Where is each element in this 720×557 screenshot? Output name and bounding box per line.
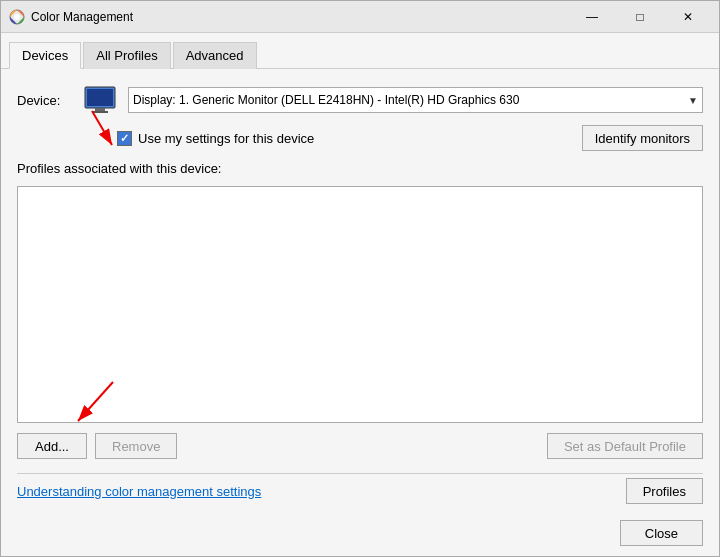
- tab-devices[interactable]: Devices: [9, 42, 81, 69]
- device-label: Device:: [17, 93, 72, 108]
- footer-row: Understanding color management settings …: [17, 473, 703, 504]
- set-default-button[interactable]: Set as Default Profile: [547, 433, 703, 459]
- use-settings-checkbox[interactable]: [117, 131, 132, 146]
- device-dropdown[interactable]: Display: 1. Generic Monitor (DELL E2418H…: [128, 87, 703, 113]
- window-controls: ― □ ✕: [569, 3, 711, 31]
- action-buttons-row: Add... Remove Set as Default Profile: [17, 433, 703, 459]
- tab-bar: Devices All Profiles Advanced: [1, 33, 719, 69]
- device-select-text: Display: 1. Generic Monitor (DELL E2418H…: [133, 93, 684, 107]
- window-icon: [9, 9, 25, 25]
- close-main-button[interactable]: Close: [620, 520, 703, 546]
- title-bar: Color Management ― □ ✕: [1, 1, 719, 33]
- window-title: Color Management: [31, 10, 569, 24]
- close-button[interactable]: ✕: [665, 3, 711, 31]
- device-row: Device: Display: 1. Generic Monitor (DEL…: [17, 85, 703, 115]
- dropdown-arrow-icon: ▼: [688, 95, 698, 106]
- tab-all-profiles[interactable]: All Profiles: [83, 42, 170, 69]
- color-management-link[interactable]: Understanding color management settings: [17, 484, 261, 499]
- main-content: Device: Display: 1. Generic Monitor (DEL…: [1, 69, 719, 514]
- use-settings-row: Use my settings for this device: [117, 131, 314, 146]
- svg-point-1: [14, 14, 20, 20]
- profiles-list: [17, 186, 703, 423]
- maximize-button[interactable]: □: [617, 3, 663, 31]
- svg-rect-5: [92, 111, 108, 113]
- close-button-row: Close: [1, 514, 719, 556]
- profiles-section-label: Profiles associated with this device:: [17, 161, 703, 176]
- identify-monitors-button[interactable]: Identify monitors: [582, 125, 703, 151]
- tab-advanced[interactable]: Advanced: [173, 42, 257, 69]
- profiles-button[interactable]: Profiles: [626, 478, 703, 504]
- svg-rect-4: [95, 108, 105, 111]
- monitor-icon: [82, 85, 118, 115]
- svg-line-9: [78, 382, 113, 421]
- color-management-window: Color Management ― □ ✕ Devices All Profi…: [0, 0, 720, 557]
- add-button[interactable]: Add...: [17, 433, 87, 459]
- minimize-button[interactable]: ―: [569, 3, 615, 31]
- red-arrow-2: [68, 377, 128, 432]
- svg-rect-3: [87, 89, 113, 106]
- svg-line-7: [92, 111, 112, 145]
- use-settings-label: Use my settings for this device: [138, 131, 314, 146]
- remove-button[interactable]: Remove: [95, 433, 177, 459]
